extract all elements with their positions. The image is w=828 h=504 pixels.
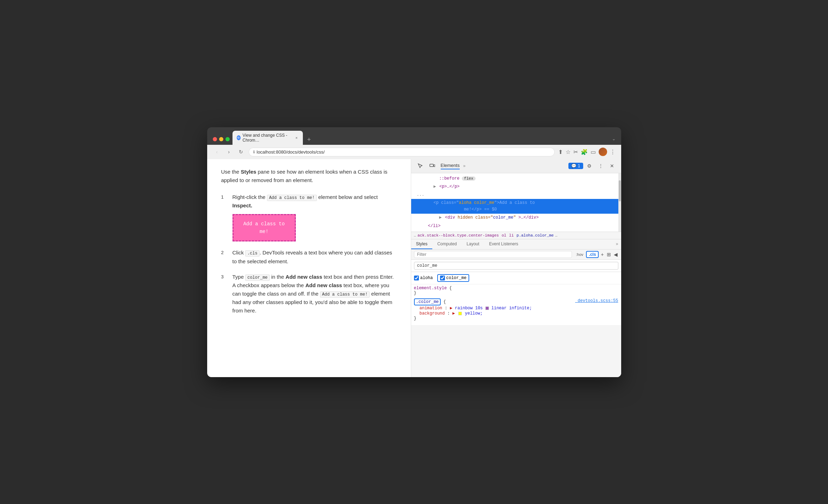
checkbox-color-me-label: color_me — [446, 276, 467, 280]
lock-icon: ℹ — [253, 150, 255, 154]
toggle-light-dark-icon[interactable]: ⊞ — [606, 251, 612, 258]
close-traffic-light[interactable] — [213, 137, 217, 141]
dom-p-selected[interactable]: <p class="aloha color_me">Add a class to… — [411, 199, 618, 214]
styles-tabs-more[interactable]: » — [613, 239, 621, 249]
p-tag-collapsed: <p>…</p> — [439, 184, 460, 189]
css-rules: element.style { } _devtools.scss:55 .col… — [411, 284, 621, 325]
profile-avatar[interactable] — [599, 148, 607, 156]
settings-icon[interactable]: ⚙ — [585, 161, 594, 171]
bc-dots: … — [414, 233, 416, 238]
tab-title: View and change CSS - Chrom… — [243, 133, 293, 143]
add-new-class-bold-2: Add new class — [305, 282, 342, 288]
tab-menu-arrow[interactable]: ⌄ — [612, 136, 616, 145]
dom-before-pseudo[interactable]: ::before flex — [411, 175, 618, 183]
close-devtools-button[interactable]: ✕ — [607, 161, 617, 171]
dom-scrollbar[interactable] — [618, 173, 621, 232]
tab-close-button[interactable]: × — [294, 135, 298, 140]
code-color-me: color_me — [245, 274, 270, 281]
bc-item-stack[interactable]: ack.stack--block.type.center-images — [418, 233, 499, 238]
address-bar: ‹ › ↻ ℹ localhost:8080/docs/devtools/css… — [207, 145, 621, 159]
new-tab-button[interactable]: + — [304, 135, 314, 145]
dom-div-hidden[interactable]: ▶ <div hidden class="color_me" >…</div> — [411, 214, 618, 222]
reload-button[interactable]: ↻ — [237, 148, 245, 156]
before-pseudo-text: ::before — [439, 176, 460, 181]
add-property-icon[interactable]: + — [600, 251, 604, 258]
cls-input-row — [411, 260, 621, 272]
element-style-rule: element.style { } — [414, 286, 618, 296]
p-class-aloha: aloha color_me — [459, 200, 495, 205]
tab-computed[interactable]: Computed — [432, 239, 461, 249]
more-options-icon[interactable]: ⋮ — [596, 161, 606, 171]
hov-button[interactable]: :hov — [575, 252, 585, 257]
color-me-source[interactable]: _devtools.scss:55 — [575, 298, 618, 303]
devtools-panel: Elements » 💬 1 ⚙ ⋮ ✕ — [411, 159, 621, 377]
extensions-icon[interactable]: 🧩 — [581, 149, 588, 155]
animation-value-2: linear infinite; — [491, 306, 532, 311]
expand-bg-triangle[interactable]: ▶ — [452, 311, 455, 316]
devtools-tabs-more[interactable]: » — [463, 163, 466, 168]
background-value: yellow; — [465, 311, 483, 316]
console-badge-button[interactable]: 💬 1 — [568, 163, 583, 169]
active-tab[interactable]: G View and change CSS - Chrom… × — [233, 131, 303, 145]
filter-input[interactable] — [414, 251, 572, 258]
bc-item-p[interactable]: p.aloha.color_me — [517, 233, 554, 238]
tab-layout[interactable]: Layout — [462, 239, 484, 249]
add-new-class-input[interactable] — [414, 262, 618, 270]
scissors-icon[interactable]: ✂ — [573, 149, 578, 155]
p-tag-open: <p class=" — [434, 200, 459, 205]
element-style-open-brace: { — [449, 286, 452, 291]
colon-2: : — [447, 311, 452, 316]
div-expand-arrow[interactable]: ▶ — [439, 215, 442, 220]
color-me-close-brace: } — [414, 316, 416, 321]
checkbox-color-me-input[interactable] — [440, 276, 445, 280]
svg-rect-0 — [430, 164, 433, 167]
inspect-element-icon[interactable] — [415, 161, 425, 171]
browser-window: G View and change CSS - Chrom… × + ⌄ ‹ ›… — [207, 127, 621, 377]
maximize-traffic-light[interactable] — [225, 137, 230, 141]
animation-color-swatch[interactable] — [485, 306, 489, 310]
breadcrumb-bar: … ack.stack--block.type.center-images ol… — [411, 232, 621, 239]
bookmark-icon[interactable]: ☆ — [566, 149, 571, 155]
dom-p-collapsed[interactable]: ▶ <p>…</p> — [411, 183, 618, 191]
minimize-traffic-light[interactable] — [219, 137, 223, 141]
forward-button[interactable]: › — [225, 148, 233, 156]
bc-item-ol[interactable]: ol — [502, 233, 506, 238]
dom-panel-row: ::before flex ▶ <p>…</p> ... <p class="a… — [411, 173, 621, 232]
checkbox-aloha-label: aloha — [420, 276, 433, 280]
step-content-2: Click .cls. DevTools reveals a text box … — [233, 248, 397, 265]
element-style-selector: element.style — [414, 286, 447, 291]
add-class-demo-button[interactable]: Add a class to me! — [233, 214, 296, 242]
cls-checkboxes: aloha color_me — [411, 272, 621, 284]
tab-styles[interactable]: Styles — [411, 239, 433, 249]
bc-more[interactable]: … — [555, 233, 558, 238]
element-style-close-brace: } — [414, 291, 416, 296]
step-item-3: 3 Type color_me in the Add new class tex… — [221, 273, 397, 315]
back-button[interactable]: ‹ — [213, 148, 221, 156]
step-content-1: Right-click the Add a class to me! eleme… — [233, 193, 397, 242]
step-content-3: Type color_me in the Add new class text … — [233, 273, 397, 315]
console-icon: 💬 — [571, 163, 577, 168]
traffic-lights — [213, 137, 230, 145]
color-scheme-icon[interactable]: ◀ — [613, 251, 618, 258]
color-me-selector[interactable]: .color_me — [414, 298, 441, 305]
cls-button[interactable]: .cls — [586, 251, 599, 258]
step-item-1: 1 Right-click the Add a class to me! ele… — [221, 193, 397, 242]
dom-li-close: </li> — [411, 222, 618, 230]
more-menu-icon[interactable]: ⋮ — [610, 149, 616, 155]
device-toolbar-icon[interactable] — [427, 161, 437, 171]
background-color-swatch[interactable] — [458, 312, 462, 315]
tab-bar: G View and change CSS - Chrom… × + — [233, 131, 609, 145]
side-panel-icon[interactable]: ▭ — [591, 149, 596, 155]
elements-tab[interactable]: Elements — [441, 163, 460, 169]
animation-value: rainbow 10s — [455, 306, 485, 311]
bc-item-li[interactable]: li — [509, 233, 514, 238]
checkbox-aloha-input[interactable] — [414, 276, 419, 280]
devtools-header: Elements » 💬 1 ⚙ ⋮ ✕ — [411, 159, 621, 173]
expand-arrow[interactable]: ▶ — [434, 184, 436, 189]
url-bar[interactable]: ℹ localhost:8080/docs/devtools/css/ — [249, 148, 555, 156]
share-icon[interactable]: ⬆ — [558, 149, 563, 155]
expand-animation-triangle[interactable]: ▶ — [450, 306, 452, 311]
tab-event-listeners[interactable]: Event Listeners — [484, 239, 523, 249]
dom-tree: ::before flex ▶ <p>…</p> ... <p class="a… — [411, 173, 618, 232]
flex-badge: flex — [462, 176, 475, 181]
